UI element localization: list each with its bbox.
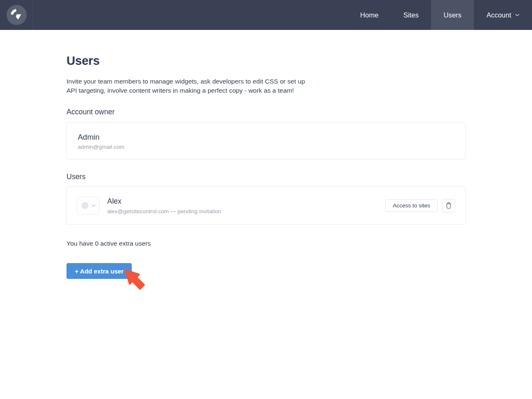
user-info: Alex alex@getsitecontrol.com — pending i…: [107, 197, 221, 214]
nav-item-users[interactable]: Users: [431, 0, 474, 30]
page-description-line-1: Invite your team members to manage widge…: [66, 77, 466, 86]
navbar-spacer: [33, 0, 348, 30]
nav-item-account-label: Account: [486, 11, 511, 19]
getsitecontrol-logo-icon: [7, 5, 27, 25]
owner-name: Admin: [78, 133, 454, 141]
user-email-status: alex@getsitecontrol.com — pending invita…: [107, 208, 221, 214]
app-logo[interactable]: [0, 0, 33, 30]
trash-icon: [446, 202, 452, 209]
nav-item-sites[interactable]: Sites: [391, 0, 431, 30]
delete-user-button[interactable]: [442, 199, 455, 212]
chevron-down-icon: [515, 14, 520, 17]
nav-item-home[interactable]: Home: [348, 0, 391, 30]
page-description: Invite your team members to manage widge…: [66, 77, 466, 95]
nav-item-account[interactable]: Account: [474, 0, 532, 30]
avatar-placeholder-icon: [81, 202, 89, 209]
account-owner-card: Admin admin@gmail.com: [66, 122, 466, 160]
access-to-sites-button[interactable]: Access to sites: [385, 200, 438, 212]
page-title: Users: [66, 54, 466, 68]
user-row: Alex alex@getsitecontrol.com — pending i…: [66, 187, 466, 224]
owner-email: admin@gmail.com: [78, 144, 454, 150]
active-users-summary: You have 0 active extra users: [66, 240, 466, 247]
page-description-line-2: API targeting, involve content writers i…: [66, 86, 466, 95]
users-heading: Users: [66, 172, 466, 181]
add-extra-user-button[interactable]: + Add extra user: [66, 263, 132, 279]
user-name: Alex: [107, 197, 221, 206]
avatar-selector[interactable]: [77, 197, 100, 214]
account-owner-heading: Account owner: [66, 108, 466, 116]
main-content: Users Invite your team members to manage…: [0, 54, 466, 279]
chevron-down-icon: [91, 204, 96, 207]
user-row-actions: Access to sites: [385, 199, 455, 212]
top-navbar: Home Sites Users Account: [0, 0, 532, 30]
